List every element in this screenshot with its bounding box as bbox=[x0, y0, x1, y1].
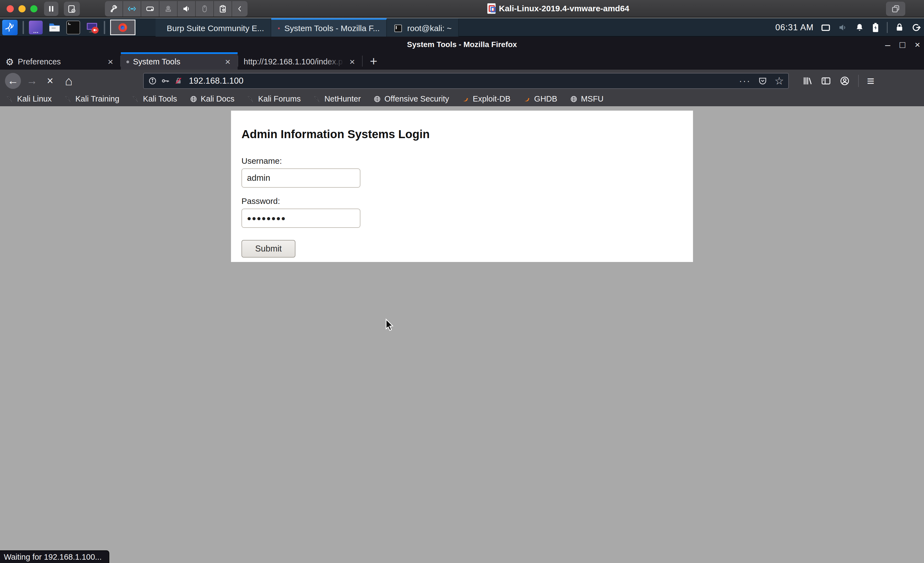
tab-close-icon[interactable]: × bbox=[348, 56, 357, 67]
power-icon[interactable] bbox=[911, 22, 921, 33]
toolbar-right-icons: ≡ bbox=[802, 73, 874, 88]
minimize-button[interactable]: – bbox=[885, 40, 890, 49]
gear-icon: ⚙ bbox=[6, 57, 14, 67]
vm-harddisk-button[interactable] bbox=[141, 1, 159, 16]
url-bar[interactable]: 192.168.1.100 ··· ☆ bbox=[143, 73, 789, 89]
bookmark-star-icon[interactable]: ☆ bbox=[774, 75, 784, 87]
vmware-titlebar: Kali-Linux-2019.4-vmware-amd64 bbox=[0, 0, 924, 18]
bookmark-kali-training[interactable]: Kali Training bbox=[64, 94, 120, 103]
taskbar-window-label: System Tools - Mozilla F... bbox=[284, 24, 380, 33]
lock-icon[interactable] bbox=[895, 22, 904, 33]
vm-fullscreen-button[interactable] bbox=[886, 1, 905, 16]
new-tab-button[interactable]: + bbox=[363, 52, 385, 70]
terminal-launcher-button[interactable] bbox=[66, 21, 80, 34]
insecure-connection-button[interactable] bbox=[174, 76, 183, 85]
submit-button[interactable]: Submit bbox=[242, 240, 296, 258]
zoom-window-button[interactable] bbox=[30, 5, 38, 12]
maximize-button[interactable]: □ bbox=[900, 40, 906, 49]
close-button[interactable]: × bbox=[915, 40, 920, 49]
kali-icon bbox=[6, 95, 14, 103]
url-text[interactable]: 192.168.1.100 bbox=[189, 76, 739, 86]
bookmark-label: MSFU bbox=[581, 94, 603, 103]
bookmark-kali-forums[interactable]: Kali Forums bbox=[247, 94, 301, 103]
globe-icon bbox=[190, 95, 197, 103]
firefox-launcher-button[interactable] bbox=[110, 19, 135, 35]
bookmark-exploit-db[interactable]: Exploit-DB bbox=[462, 94, 510, 103]
kali-icon bbox=[64, 95, 72, 103]
mouse-cursor bbox=[384, 318, 396, 332]
password-label: Password: bbox=[242, 196, 693, 206]
display-icon[interactable] bbox=[821, 22, 831, 33]
screen-recorder-button[interactable] bbox=[85, 21, 99, 34]
back-button[interactable]: ← bbox=[5, 73, 21, 89]
tab-index-page[interactable]: http://192.168.1.100/index.p × bbox=[238, 52, 362, 70]
minimize-window-button[interactable] bbox=[18, 5, 26, 12]
close-window-button[interactable] bbox=[7, 5, 14, 12]
vm-snapshot-button[interactable] bbox=[64, 1, 80, 16]
password-field[interactable] bbox=[242, 208, 360, 228]
page-actions-button[interactable]: ··· bbox=[739, 75, 751, 86]
bird-icon bbox=[523, 95, 531, 103]
taskbar-window-burp[interactable]: Burp Suite Community E... bbox=[156, 18, 271, 37]
vmware-file-icon bbox=[488, 3, 496, 14]
pocket-icon[interactable] bbox=[758, 76, 767, 85]
code-arrows-icon bbox=[127, 4, 136, 13]
bookmark-msfu[interactable]: MSFU bbox=[570, 94, 603, 103]
vm-pause-button[interactable] bbox=[44, 1, 58, 16]
vm-code-button[interactable] bbox=[123, 1, 141, 16]
taskbar-window-firefox[interactable]: System Tools - Mozilla F... bbox=[271, 18, 387, 37]
stop-button[interactable]: × bbox=[42, 75, 58, 87]
bell-icon[interactable] bbox=[855, 23, 864, 32]
bookmarks-toolbar: Kali Linux Kali Training Kali Tools Kali… bbox=[0, 92, 924, 106]
show-desktop-button[interactable] bbox=[29, 21, 43, 34]
tab-favicon-dot bbox=[126, 61, 129, 63]
clock[interactable]: 06:31 AM bbox=[776, 22, 814, 33]
menu-button[interactable]: ≡ bbox=[867, 73, 874, 88]
bookmark-kali-linux[interactable]: Kali Linux bbox=[6, 94, 52, 103]
bookmark-nethunter[interactable]: NetHunter bbox=[314, 94, 361, 103]
forward-button[interactable]: → bbox=[24, 75, 40, 87]
bookmark-label: NetHunter bbox=[324, 94, 361, 103]
taskbar-window-terminal[interactable]: root@kali: ~ bbox=[387, 18, 459, 37]
bookmark-offensive-security[interactable]: Offensive Security bbox=[374, 94, 449, 103]
tab-close-icon[interactable]: × bbox=[223, 56, 232, 67]
bookmark-ghdb[interactable]: GHDB bbox=[523, 94, 557, 103]
firefox-window-controls: – □ × bbox=[885, 37, 920, 52]
username-field[interactable] bbox=[242, 168, 360, 188]
window-traffic-lights[interactable] bbox=[7, 5, 38, 12]
status-tooltip: Waiting for 192.168.1.100... bbox=[0, 550, 109, 563]
vm-sound-button[interactable] bbox=[178, 1, 196, 16]
harddisk-icon bbox=[146, 4, 154, 13]
bookmark-kali-docs[interactable]: Kali Docs bbox=[190, 94, 235, 103]
library-icon[interactable] bbox=[802, 76, 813, 86]
vm-mouse-button[interactable] bbox=[196, 1, 214, 16]
launcher-divider bbox=[104, 21, 105, 34]
navigation-toolbar: ← → × ⌂ 192.168.1.100 ··· ☆ ≡ bbox=[0, 70, 924, 92]
bookmark-label: Kali Docs bbox=[201, 94, 235, 103]
vm-title-text: Kali-Linux-2019.4-vmware-amd64 bbox=[499, 4, 629, 13]
file-manager-button[interactable] bbox=[48, 21, 62, 34]
screenshot-icon bbox=[67, 4, 76, 13]
sidebar-icon[interactable] bbox=[821, 76, 831, 86]
home-button[interactable]: ⌂ bbox=[61, 73, 77, 88]
applications-menu-button[interactable] bbox=[2, 20, 18, 35]
vm-camera-button[interactable] bbox=[159, 1, 178, 16]
tab-system-tools[interactable]: System Tools × bbox=[121, 52, 238, 70]
kali-taskbar: Burp Suite Community E... System Tools -… bbox=[0, 18, 924, 37]
vm-toolbar-collapse-button[interactable] bbox=[232, 1, 248, 16]
tab-preferences[interactable]: ⚙ Preferences × bbox=[0, 52, 120, 70]
screen-recorder-icon bbox=[85, 21, 99, 34]
battery-icon[interactable] bbox=[872, 22, 880, 33]
vm-settings-button[interactable] bbox=[105, 1, 123, 16]
volume-muted-icon[interactable] bbox=[838, 22, 848, 33]
bookmark-label: Exploit-DB bbox=[473, 94, 510, 103]
site-info-button[interactable] bbox=[148, 76, 157, 85]
kali-logo-icon bbox=[4, 21, 16, 34]
vm-shared-settings-button[interactable] bbox=[214, 1, 232, 16]
browser-viewport: Admin Information Systems Login Username… bbox=[0, 106, 924, 563]
bookmark-kali-tools[interactable]: Kali Tools bbox=[132, 94, 177, 103]
tab-close-icon[interactable]: × bbox=[106, 56, 115, 67]
terminal-icon bbox=[67, 21, 72, 27]
permissions-button[interactable] bbox=[161, 76, 170, 85]
account-icon[interactable] bbox=[840, 76, 850, 86]
